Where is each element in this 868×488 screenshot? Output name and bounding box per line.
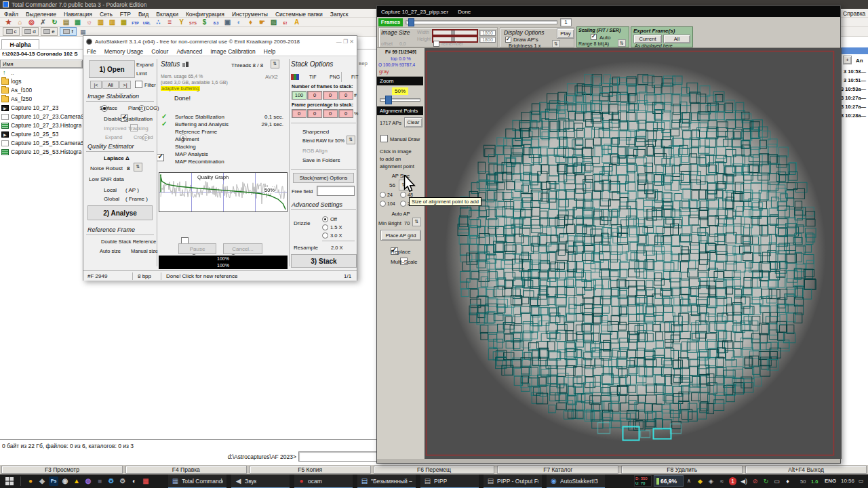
sun-image-canvas[interactable] [425,48,842,459]
wifi-icon[interactable]: ≈ [718,477,726,485]
language-indicator[interactable]: ENG [825,478,836,484]
dots-icon[interactable]: ∴ [153,18,164,26]
cancel-button[interactable]: Cancel... [223,243,262,254]
nav-first-button[interactable]: |< [90,81,102,89]
blend-raw-spinner[interactable]: ⇅ [347,136,355,144]
cart-icon[interactable]: ◆ [37,476,47,486]
battery-widget[interactable]: 66,9% [654,475,684,487]
min-bright-spinner[interactable]: ⇅ [412,218,421,226]
taskbar-pipp-output[interactable]: ▤ PIPP - Output Fra... [484,474,542,488]
brightness-spinner[interactable]: ⇅ [552,40,560,47]
taskbar-ocam[interactable]: ● ocam [294,474,353,488]
tc-right-col-header[interactable]: Ап [856,58,863,64]
pause-button[interactable]: Pause [178,243,216,254]
copy-sheet-icon[interactable]: ▤ [60,18,72,26]
viewer-titlebar[interactable]: Capture 10_27_23_pipp.ser Done [377,6,840,17]
mic-icon[interactable]: ♦ [784,477,791,485]
frames-slider-thumb[interactable] [408,18,414,26]
tray-expand-caret[interactable]: ∧ [687,478,691,484]
export-current-button[interactable]: Current [633,35,662,43]
bubbles-icon[interactable]: ◐ [233,18,245,26]
tablet-icon[interactable]: ▭ [773,477,781,485]
as-menu-item[interactable]: Help [264,48,275,55]
as-menu-item[interactable]: Memory Usage [104,48,144,55]
dollar-icon[interactable]: $ [199,18,210,26]
tc-menu-item[interactable]: Файл [4,11,18,18]
drizzle-option[interactable]: Off [322,215,356,223]
tc-menu-item[interactable]: Инструменты [232,11,268,18]
start-button[interactable] [5,477,14,485]
analyse-button[interactable]: 2) Analyse [87,205,153,220]
tools-icon[interactable]: ✗ [37,18,49,26]
frames-to-stack-input-1[interactable]: 100 [292,91,307,100]
tc-menu-item[interactable]: Сеть [100,11,113,18]
as-menu-item[interactable]: Colour [151,48,168,55]
frames-to-stack-input-4[interactable]: 0 [338,91,353,100]
fn-key-button[interactable]: F6 Перемещ [374,466,495,474]
fn-key-button[interactable]: Alt+F4 Выход [745,466,867,474]
fn-key-button[interactable]: F8 Удалить [621,466,743,474]
hand-icon[interactable]: ☛ [256,18,268,26]
settings-gear-icon[interactable]: ⚙ [106,476,116,486]
fn-key-button[interactable]: F4 Правка [125,466,247,474]
photoshop-icon[interactable]: Ps [49,476,58,486]
star-icon[interactable]: ☼ [83,18,95,26]
tc-menu-help[interactable]: Справка [843,10,865,17]
tc-menu-item[interactable]: Конфигурация [186,11,224,18]
drive-button[interactable]: d [22,27,39,36]
limit-label[interactable]: Limit [136,70,147,77]
drizzle-radio[interactable] [322,224,328,230]
fn-key-button[interactable]: F7 Каталог [497,466,618,474]
notification-count-icon[interactable]: 1 [729,477,736,485]
taskbar-pipp[interactable]: ▤ PIPP [420,474,479,488]
clock[interactable]: 10:56 [841,478,854,484]
network-drive-icon[interactable]: ▦ [80,28,86,35]
cmd-icon[interactable]: ≡ [164,18,176,26]
play-button[interactable]: Play [557,28,574,39]
..[interactable]: .. [0,68,83,77]
open-button[interactable]: 1) Open [89,60,135,78]
floppy-icon[interactable]: ▦ [141,476,151,486]
threads-spinner[interactable]: ⇅ [271,60,279,68]
shield-icon[interactable]: ◆ [696,477,704,485]
Capture 10_27_23[interactable]: Capture 10_27_23 [0,104,83,113]
frames-value[interactable]: 1 [560,18,572,26]
taskbar-autostakkert[interactable]: ◉ AutoStakkert!3 [547,474,605,488]
ap-size-radio[interactable] [380,201,386,207]
browser-icon[interactable]: ◍ [83,476,93,486]
ap-size-option[interactable]: 24 [380,190,400,199]
font-icon[interactable]: A [291,18,302,26]
calculator-icon[interactable]: ▦ [118,18,130,26]
nav-last-button[interactable]: >| [119,81,131,89]
drizzle-option[interactable]: 1.5 X [322,223,356,231]
frame-pct-input-1[interactable]: 0 [292,109,307,118]
scaling-auto-checkbox[interactable] [591,34,597,40]
tc-menu-item[interactable]: Вкладки [156,11,178,18]
viewer-menu-done[interactable]: Done [458,9,471,15]
frames-slider[interactable] [406,20,557,24]
gear-icon[interactable]: ⚙ [118,476,127,486]
ap-size-radio[interactable] [380,192,386,198]
drizzle-radio[interactable] [322,216,328,222]
image-icon[interactable]: ▦ [72,18,83,26]
dark-app-icon[interactable]: ■ [95,476,104,486]
network-icon[interactable]: ▣ [222,18,233,26]
fn-key-button[interactable]: F3 Просмотр [1,466,123,474]
contrast-icon[interactable]: ◐ [130,476,139,486]
tc-menu-item[interactable]: Системные папки [275,11,323,18]
as-menu-item[interactable]: File [87,48,96,55]
as-titlebar[interactable]: AutoStakkert! 3.1.4 (x64) - free for non… [83,36,357,47]
width-slider[interactable] [432,29,478,36]
noise-robust-spinner[interactable]: ⇅ [134,163,142,171]
taskbar-total-commander[interactable]: ▦ Total Commander... [168,474,226,488]
draw-aps-checkbox[interactable] [505,37,511,43]
warning-icon[interactable]: ▲ [72,476,81,486]
coin-icon[interactable]: ● [26,476,35,486]
drive-button[interactable]: c [3,27,20,36]
tc-cmd-input[interactable] [298,451,378,462]
as-menu-item[interactable]: Advanced [176,48,202,55]
taskbar-sound[interactable]: ◀ Звук [231,474,290,488]
drizzle-option[interactable]: 3.0 X [322,231,356,239]
filter-checkbox[interactable] [135,81,142,88]
archive-icon[interactable]: ▥ [95,18,106,26]
